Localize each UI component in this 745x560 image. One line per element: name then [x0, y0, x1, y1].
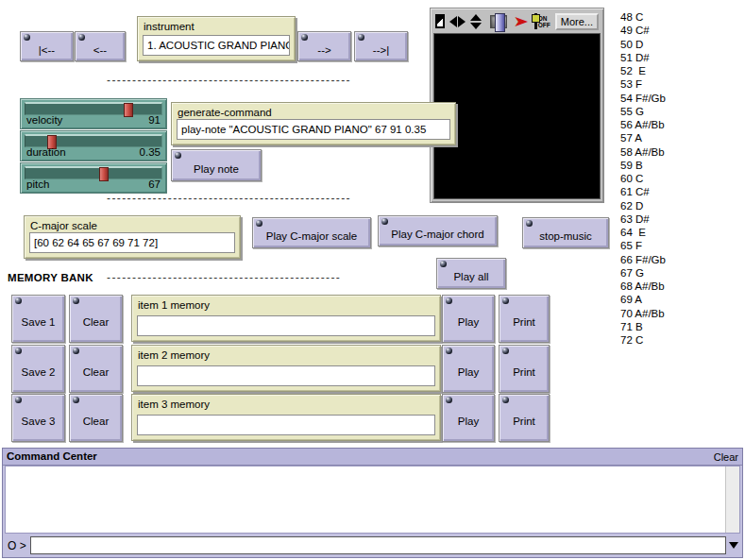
command-input-row: O > — [5, 535, 740, 555]
observer-ball-icon — [175, 152, 181, 159]
play-all-button[interactable]: Play all — [436, 258, 506, 289]
note-list-item: 61 C# — [620, 185, 666, 198]
dashed-separator: ----------------------------------------… — [107, 271, 341, 284]
note-list-item: 48 C — [620, 10, 666, 24]
observer-ball-icon — [24, 34, 30, 41]
play-1-button[interactable]: Play — [442, 295, 495, 343]
horizontal-resize-icon[interactable] — [449, 16, 466, 27]
button-label: <-- — [93, 38, 107, 56]
slider-value: 0.35 — [140, 146, 161, 158]
toggle-knob-icon — [532, 14, 540, 23]
slider-name: velocity — [26, 114, 62, 126]
button-label: Play — [458, 409, 479, 427]
command-output-area[interactable] — [5, 466, 740, 534]
clear-3-button[interactable]: Clear — [69, 394, 123, 442]
speed-slider[interactable] — [490, 15, 508, 28]
note-list-item: 67 G — [620, 266, 666, 280]
stop-music-button[interactable]: stop-music — [522, 217, 609, 248]
button-label: stop-music — [539, 224, 592, 242]
pitch-slider[interactable]: pitch 67 — [20, 162, 167, 194]
view-canvas[interactable] — [433, 33, 601, 199]
monitor-label: item 3 memory — [138, 399, 210, 410]
command-input[interactable] — [30, 536, 726, 554]
observer-ball-icon — [446, 397, 452, 403]
monitor-label: item 1 memory — [138, 299, 210, 311]
command-output-scrollbar[interactable] — [725, 467, 739, 533]
play-c-major-scale-button[interactable]: Play C-major scale — [252, 217, 371, 248]
observer-ball-icon — [256, 220, 262, 227]
observer-ball-icon — [502, 348, 509, 354]
play-2-button[interactable]: Play — [442, 345, 495, 393]
more-button[interactable]: More... — [555, 13, 599, 30]
print-1-button[interactable]: Print — [499, 295, 550, 343]
note-list-item: 51 D# — [620, 51, 666, 64]
generate-command-monitor: generate-command play-note "ACOUSTIC GRA… — [171, 102, 456, 145]
view-toolbar: ➤ ON OFF More... — [432, 10, 601, 32]
observer-ball-icon — [73, 297, 79, 304]
dashed-separator: ----------------------------------------… — [107, 74, 351, 87]
update-toggle[interactable]: ON OFF — [534, 13, 550, 29]
note-list-item: 58 A#/Bb — [620, 145, 666, 159]
prev-instrument-button[interactable]: <-- — [75, 31, 126, 61]
observer-ball-icon — [15, 348, 22, 354]
print-3-button[interactable]: Print — [499, 394, 550, 442]
play-3-button[interactable]: Play — [442, 394, 495, 442]
monitor-value: play-note "ACOUSTIC GRAND PIANO" 67 91 0… — [177, 119, 450, 140]
play-note-button[interactable]: Play note — [171, 149, 262, 181]
slider-handle[interactable] — [99, 167, 109, 181]
button-label: Play C-major chord — [391, 222, 483, 240]
note-list-item: 56 A#/Bb — [620, 118, 666, 131]
button-label: Print — [513, 360, 535, 378]
save-2-button[interactable]: Save 2 — [11, 345, 65, 393]
observer-prompt: O > — [5, 539, 30, 552]
velocity-slider[interactable]: velocity 91 — [20, 98, 167, 129]
observer-ball-icon — [73, 348, 79, 354]
netlogo-interface: |<-- <-- instrument 1. ACOUSTIC GRAND PI… — [0, 0, 745, 560]
observer-ball-icon — [15, 297, 22, 304]
next-instrument-button[interactable]: --> — [297, 31, 351, 61]
note-list-item: 55 G — [620, 105, 666, 118]
note-list-item: 69 A — [620, 293, 666, 306]
note-list-item: 64 E — [620, 226, 666, 239]
c-major-scale-monitor: C-major scale [60 62 64 65 67 69 71 72] — [24, 215, 241, 259]
command-history-dropdown[interactable] — [726, 536, 740, 554]
print-2-button[interactable]: Print — [499, 345, 550, 393]
slider-groove — [25, 102, 162, 115]
vertical-resize-icon[interactable] — [470, 14, 482, 29]
item-3-memory-monitor: item 3 memory — [131, 394, 441, 441]
command-center-clear-button[interactable]: Clear — [714, 451, 738, 463]
observer-ball-icon — [73, 397, 79, 403]
observer-ball-icon — [446, 297, 452, 304]
patch-size-icon[interactable] — [435, 14, 445, 28]
monitor-label: item 2 memory — [138, 349, 210, 361]
slider-value: 67 — [148, 178, 161, 190]
observer-ball-icon — [526, 220, 533, 227]
speed-slider-handle[interactable] — [495, 13, 505, 32]
slider-handle[interactable] — [124, 103, 133, 117]
save-1-button[interactable]: Save 1 — [11, 295, 65, 343]
button-label: --> — [317, 38, 330, 56]
duration-slider[interactable]: duration 0.35 — [20, 130, 167, 161]
note-list-item: 71 B — [620, 320, 666, 333]
play-c-major-chord-button[interactable]: Play C-major chord — [378, 215, 498, 246]
button-label: Clear — [83, 360, 109, 378]
clear-2-button[interactable]: Clear — [69, 345, 123, 393]
button-label: -->| — [373, 38, 389, 56]
save-3-button[interactable]: Save 3 — [11, 394, 65, 442]
note-list-item: 65 F — [620, 239, 666, 252]
monitor-value — [137, 315, 435, 336]
first-instrument-button[interactable]: |<-- — [20, 31, 74, 61]
note-list-item: 70 A#/Bb — [620, 307, 666, 320]
speed-arrow-icon: ➤ — [514, 14, 530, 29]
note-list-item: 66 F#/Gb — [620, 253, 666, 266]
slider-value: 91 — [148, 114, 161, 126]
last-instrument-button[interactable]: -->| — [354, 31, 408, 61]
dropdown-arrow-icon — [729, 542, 738, 549]
observer-ball-icon — [502, 297, 509, 304]
slider-groove — [25, 134, 162, 147]
dashed-separator: ----------------------------------------… — [107, 192, 351, 205]
clear-1-button[interactable]: Clear — [69, 295, 123, 343]
monitor-value — [137, 365, 435, 386]
button-label: Play all — [453, 264, 488, 282]
button-label: Play — [458, 310, 479, 328]
